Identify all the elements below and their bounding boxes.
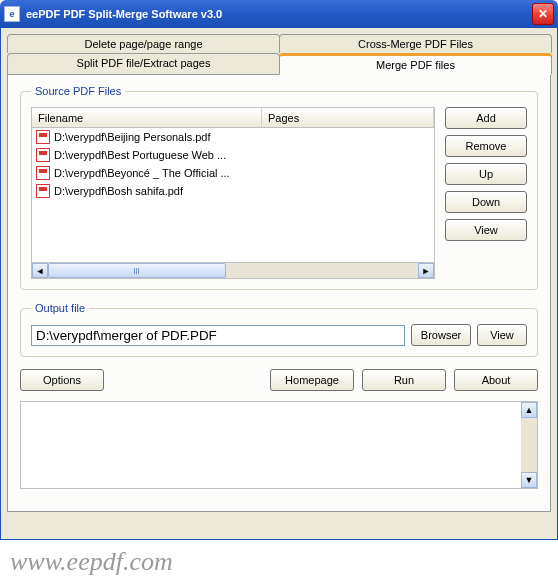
column-header-filename[interactable]: Filename (32, 108, 262, 127)
file-name: D:\verypdf\Beijing Personals.pdf (54, 131, 211, 143)
run-button[interactable]: Run (362, 369, 446, 391)
tab-delete-page[interactable]: Delete page/page range (7, 34, 280, 53)
column-header-pages[interactable]: Pages (262, 108, 434, 127)
output-view-button[interactable]: View (477, 324, 527, 346)
horizontal-scrollbar[interactable]: ◄ ► (31, 263, 435, 279)
vertical-scrollbar[interactable]: ▲ ▼ (521, 402, 537, 488)
list-item[interactable]: D:\verypdf\Bosh sahifa.pdf (32, 182, 434, 200)
tab-cross-merge[interactable]: Cross-Merge PDF Files (279, 34, 552, 53)
scroll-track[interactable] (48, 263, 418, 278)
bottom-button-row: Options Homepage Run About (20, 369, 538, 391)
tab-split-extract[interactable]: Split PDF file/Extract pages (7, 53, 280, 75)
source-legend: Source PDF Files (31, 85, 125, 97)
scroll-thumb[interactable] (48, 263, 226, 278)
file-action-buttons: Add Remove Up Down View (445, 107, 527, 279)
file-list[interactable]: D:\verypdf\Beijing Personals.pdf D:\very… (31, 128, 435, 263)
tab-merge-pdf[interactable]: Merge PDF files (279, 53, 552, 75)
window-title: eePDF PDF Split-Merge Software v3.0 (26, 8, 532, 20)
file-list-container: Filename Pages D:\verypdf\Beijing Person… (31, 107, 435, 279)
list-item[interactable]: D:\verypdf\Best Portuguese Web ... (32, 146, 434, 164)
scroll-left-icon[interactable]: ◄ (32, 263, 48, 278)
up-button[interactable]: Up (445, 163, 527, 185)
tab-panel-merge: Source PDF Files Filename Pages D:\veryp… (7, 74, 551, 512)
close-button[interactable]: ✕ (532, 3, 554, 25)
log-textarea[interactable]: ▲ ▼ (20, 401, 538, 489)
scroll-right-icon[interactable]: ► (418, 263, 434, 278)
pdf-icon (36, 148, 50, 162)
watermark-text: www.eepdf.com (10, 547, 173, 577)
file-name: D:\verypdf\Beyoncé _ The Official ... (54, 167, 230, 179)
pdf-icon (36, 166, 50, 180)
pdf-icon (36, 130, 50, 144)
list-header: Filename Pages (31, 107, 435, 128)
window-body: Delete page/page range Cross-Merge PDF F… (0, 28, 558, 540)
app-icon: e (4, 6, 20, 22)
file-name: D:\verypdf\Best Portuguese Web ... (54, 149, 226, 161)
scroll-up-icon[interactable]: ▲ (521, 402, 537, 418)
browser-button[interactable]: Browser (411, 324, 471, 346)
tab-area: Delete page/page range Cross-Merge PDF F… (7, 34, 551, 513)
pdf-icon (36, 184, 50, 198)
output-groupbox: Output file Browser View (20, 302, 538, 357)
list-item[interactable]: D:\verypdf\Beyoncé _ The Official ... (32, 164, 434, 182)
output-path-input[interactable] (31, 325, 405, 346)
down-button[interactable]: Down (445, 191, 527, 213)
add-button[interactable]: Add (445, 107, 527, 129)
options-button[interactable]: Options (20, 369, 104, 391)
scroll-down-icon[interactable]: ▼ (521, 472, 537, 488)
view-button[interactable]: View (445, 219, 527, 241)
source-groupbox: Source PDF Files Filename Pages D:\veryp… (20, 85, 538, 290)
list-item[interactable]: D:\verypdf\Beijing Personals.pdf (32, 128, 434, 146)
titlebar: e eePDF PDF Split-Merge Software v3.0 ✕ (0, 0, 558, 28)
file-name: D:\verypdf\Bosh sahifa.pdf (54, 185, 183, 197)
about-button[interactable]: About (454, 369, 538, 391)
output-legend: Output file (31, 302, 89, 314)
remove-button[interactable]: Remove (445, 135, 527, 157)
homepage-button[interactable]: Homepage (270, 369, 354, 391)
